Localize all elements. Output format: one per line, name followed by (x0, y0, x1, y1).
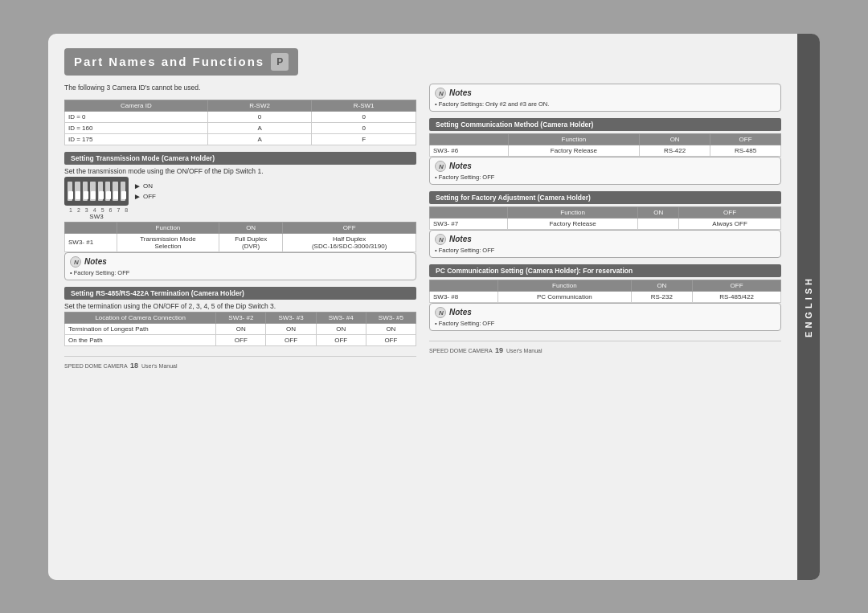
table-row: On the PathOFFOFFOFFOFF (65, 334, 416, 345)
table-cell: 0 (312, 111, 416, 122)
td-off-r3: RS-485/422 (693, 291, 781, 302)
th-sw4: SW3- #4 (316, 312, 366, 323)
dip-num-6: 6 (109, 207, 113, 213)
intro-text: The following 3 Camera ID's cannot be us… (64, 84, 416, 92)
col-header-rsw1: R-SW1 (312, 100, 416, 111)
notes-label-top: Notes (449, 88, 472, 97)
transmission-table: Function ON OFF SW3- #1 Transmission Mod… (64, 222, 416, 252)
td-sw3-1: SW3- #1 (65, 233, 117, 251)
notes-icon-pc: N (435, 307, 446, 318)
table-row: Termination of Longest PathONONONON (65, 323, 416, 334)
table-cell: ON (266, 323, 316, 334)
side-tab: ENGLISH (797, 34, 820, 580)
dip-btn-8 (121, 182, 125, 201)
th-on-r2: ON (638, 206, 679, 218)
th-on-1: ON (219, 222, 282, 233)
table-cell: F (312, 133, 416, 145)
dip-num-2: 2 (77, 207, 80, 213)
footer-left: SPEED DOME CAMERA 18 User's Manual (64, 356, 416, 370)
table-cell: OFF (366, 334, 416, 345)
td-func-r2: Factory Release (507, 218, 637, 229)
notes-header-factory: N Notes (435, 234, 776, 245)
notes-icon-top: N (435, 88, 446, 99)
th-off-r2: OFF (679, 206, 781, 218)
td-off-r2: Always OFF (679, 218, 781, 229)
dip-btn-7 (113, 182, 117, 201)
table-cell: ID = 160 (65, 122, 208, 133)
arrow-off: ► (133, 192, 141, 201)
td-func-1: Transmission ModeSelection (117, 233, 219, 251)
footer-right: SPEED DOME CAMERA 19 User's Manual (429, 341, 781, 354)
td-off-1: Half Duplex(SDC-16/SDC-3000/3190) (283, 233, 416, 251)
notes-text-factory: • Factory Setting: OFF (435, 247, 776, 254)
dip-btn-5 (98, 182, 103, 201)
sw3-label: SW3 (64, 213, 129, 220)
table-cell: ON (316, 323, 366, 334)
termination-table: Location of Camera Connection SW3- #2 SW… (64, 312, 416, 346)
dip-btn-4 (90, 182, 95, 201)
th-off-r1: OFF (710, 133, 781, 145)
th-function-1: Function (117, 222, 219, 233)
svg-text:N: N (439, 90, 444, 97)
transmission-desc: Set the transmission mode using the ON/O… (64, 167, 416, 175)
th-empty-r1 (430, 133, 509, 145)
left-column: The following 3 Camera ID's cannot be us… (64, 84, 416, 572)
th-sw2: SW3- #2 (216, 312, 266, 323)
th-on-r1: ON (640, 133, 710, 145)
dip-num-5: 5 (101, 207, 104, 213)
notes-text-comm: • Factory Setting: OFF (435, 174, 776, 181)
dip-on-off-labels: ► ON ► OFF (133, 177, 156, 201)
th-function-r2: Function (507, 206, 637, 218)
on-label: ON (143, 182, 153, 190)
table-cell: OFF (216, 334, 266, 345)
th-off-r3: OFF (693, 280, 781, 291)
td-sw7: SW3- #7 (430, 218, 508, 229)
notes-header-top: N Notes (435, 88, 776, 99)
page-header: Part Names and Functions P (64, 48, 298, 76)
table-cell: ON (366, 323, 416, 334)
section-comm-method: Setting Communication Method (Camera Hol… (429, 118, 781, 185)
td-off-r1: RS-485 (710, 145, 781, 156)
section-bar-pc: PC Communication Setting (Camera Holder)… (429, 264, 781, 277)
td-on-1: Full Duplex(DVR) (219, 233, 282, 251)
section-bar-termination: Setting RS-485/RS-422A Termination (Came… (64, 287, 416, 300)
notes-box-top: N Notes • Factory Settings: Only #2 and … (429, 84, 781, 112)
main-content: Part Names and Functions P The following… (48, 34, 797, 580)
dip-btn-6 (105, 182, 110, 201)
notes-text-top: • Factory Settings: Only #2 and #3 are O… (435, 100, 776, 108)
table-cell: A (207, 133, 312, 145)
notes-header-pc: N Notes (435, 307, 776, 318)
td-on-r3: RS-232 (631, 291, 693, 302)
dip-num-1: 1 (69, 207, 72, 213)
td-sw8: SW3- #8 (430, 291, 498, 302)
svg-text:N: N (439, 309, 444, 317)
two-col-layout: The following 3 Camera ID's cannot be us… (64, 84, 781, 572)
table-cell: On the Path (65, 334, 216, 345)
section-transmission: Setting Transmission Mode (Camera Holder… (64, 152, 416, 280)
table-cell: Termination of Longest Path (65, 323, 216, 334)
td-func-r3: PC Communication (498, 291, 631, 302)
camera-id-table: Camera ID R-SW2 R-SW1 ID = 000ID = 160A0… (64, 100, 416, 145)
th-empty-r3 (430, 280, 498, 291)
dip-btn-2 (75, 182, 80, 201)
table-cell: 0 (207, 111, 312, 122)
dip-num-7: 7 (117, 207, 120, 213)
table-row: ID = 175AF (65, 133, 416, 145)
footer-left-brand: SPEED DOME CAMERA 18 User's Manual (64, 362, 178, 370)
dip-num-3: 3 (85, 207, 88, 213)
table-row: ID = 000 (65, 111, 416, 122)
notes-icon-1: N (70, 256, 81, 268)
off-label: OFF (143, 193, 156, 200)
table-cell: ID = 175 (65, 133, 208, 145)
td-on-r2 (638, 218, 679, 229)
col-header-camera-id: Camera ID (65, 100, 208, 111)
th-loc: Location of Camera Connection (65, 312, 216, 323)
svg-text:N: N (439, 236, 444, 243)
notes-text-pc: • Factory Setting: OFF (435, 320, 776, 327)
side-tab-text: ENGLISH (804, 276, 813, 337)
factory-adj-table: Function ON OFF SW3- #7 Factory Release … (429, 206, 781, 230)
dip-num-4: 4 (93, 207, 96, 213)
th-sw3: SW3- #3 (266, 312, 316, 323)
notes-icon-comm: N (435, 161, 446, 172)
table-row: SW3- #8 PC Communication RS-232 RS-485/4… (430, 291, 781, 302)
